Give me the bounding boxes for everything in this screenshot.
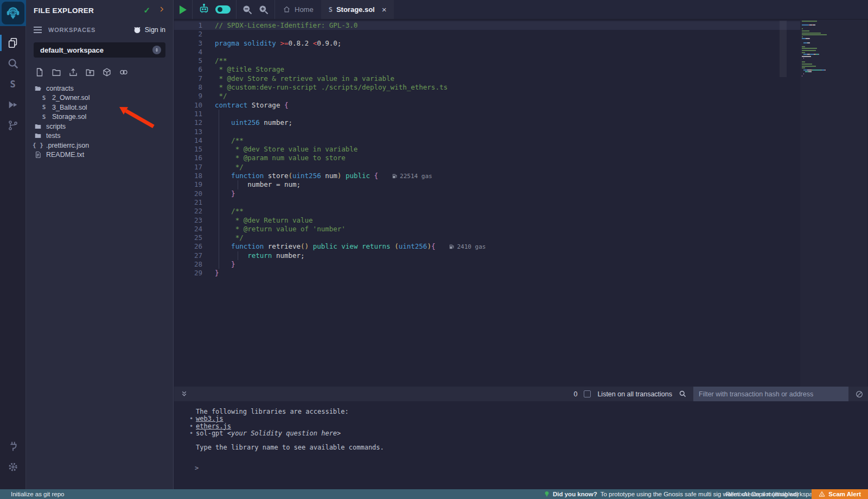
new-file-icon[interactable]	[35, 67, 44, 77]
line-number[interactable]: 22	[174, 207, 202, 216]
line-number[interactable]: 10	[174, 101, 202, 110]
code-line[interactable]: 24 * @return value of 'number'	[174, 225, 868, 233]
code-line[interactable]: 4	[174, 48, 868, 56]
cube-icon[interactable]	[102, 67, 112, 77]
code-line[interactable]: 14 /**	[174, 136, 868, 145]
code-line[interactable]: 12 uint256 number;	[174, 118, 868, 127]
scam-alert-button[interactable]: Scam Alert	[812, 489, 868, 499]
code-line[interactable]: 23 * @dev Return value	[174, 216, 868, 225]
code-line[interactable]: 20 }	[174, 190, 868, 198]
line-number[interactable]: 13	[174, 128, 202, 136]
code-editor[interactable]: 1// SPDX-License-Identifier: GPL-3.023pr…	[174, 20, 868, 387]
terminal-link[interactable]: ethers.js	[196, 422, 231, 430]
line-number[interactable]: 29	[174, 269, 202, 277]
git-icon[interactable]	[0, 115, 26, 136]
code-line[interactable]: 28 }	[174, 260, 868, 269]
code-line[interactable]: 19 number = num;	[174, 180, 868, 189]
tree-item-3-ballot-sol[interactable]: S3_Ballot.sol	[26, 103, 173, 112]
search-icon[interactable]	[0, 53, 26, 74]
solidity-compiler-icon[interactable]: S	[0, 74, 26, 94]
git-init-button[interactable]: Initialize as git repo	[11, 491, 64, 497]
listen-checkbox[interactable]	[584, 390, 591, 397]
new-folder-icon[interactable]	[52, 67, 61, 77]
line-number[interactable]: 8	[174, 83, 202, 92]
line-number[interactable]: 20	[174, 190, 202, 198]
settings-icon[interactable]	[0, 457, 26, 477]
zoom-in-icon[interactable]	[258, 4, 269, 15]
line-number[interactable]: 23	[174, 216, 202, 225]
workspace-select[interactable]: default_workspace	[34, 42, 165, 58]
plugin-manager-icon[interactable]	[0, 436, 26, 457]
zoom-out-icon[interactable]	[242, 4, 253, 15]
line-number[interactable]: 6	[174, 65, 202, 74]
tree-item-readme-txt[interactable]: README.txt	[26, 150, 173, 160]
line-number[interactable]: 18	[174, 172, 202, 180]
code-line[interactable]: 29}	[174, 269, 868, 277]
line-number[interactable]: 2	[174, 30, 202, 39]
line-number[interactable]: 11	[174, 110, 202, 118]
sign-in-button[interactable]: Sign in	[133, 26, 165, 34]
line-number[interactable]: 26	[174, 242, 202, 251]
clear-console-icon[interactable]	[855, 390, 864, 399]
code-line[interactable]: 25 */	[174, 233, 868, 242]
tree-item-tests[interactable]: tests	[26, 131, 173, 141]
code-line[interactable]: 26 function retrieve() public view retur…	[174, 242, 868, 251]
tree-item--prettierrc-json[interactable]: { }.prettierrc.json	[26, 141, 173, 150]
file-explorer-icon[interactable]	[0, 33, 26, 53]
line-number[interactable]: 14	[174, 136, 202, 145]
check-icon[interactable]: ✓	[143, 5, 150, 15]
code-line[interactable]: 6 * @title Storage	[174, 65, 868, 74]
code-line[interactable]: 13	[174, 128, 868, 136]
chevron-right-icon[interactable]	[158, 5, 165, 15]
upload-file-icon[interactable]	[68, 67, 78, 77]
line-number[interactable]: 17	[174, 163, 202, 172]
line-number[interactable]: 5	[174, 56, 202, 65]
code-line[interactable]: 3pragma solidity >=0.8.2 <0.9.0;	[174, 39, 868, 48]
code-line[interactable]: 17 */	[174, 163, 868, 172]
line-number[interactable]: 25	[174, 233, 202, 242]
terminal-prompt[interactable]: >	[195, 464, 868, 472]
tab-storage-sol[interactable]: SStorage.sol×	[321, 0, 394, 19]
copilot-status[interactable]: RemixAI Copilot (enabled)	[726, 491, 799, 497]
minimap[interactable]	[800, 20, 867, 387]
ai-copilot-toggle[interactable]	[215, 5, 231, 14]
line-number[interactable]: 16	[174, 154, 202, 162]
tree-item-contracts[interactable]: contracts	[26, 84, 173, 93]
code-line[interactable]: 18 function store(uint256 num) public {2…	[174, 172, 868, 180]
link-icon[interactable]	[119, 67, 129, 77]
code-line[interactable]: 2	[174, 30, 868, 39]
tree-item-storage-sol[interactable]: SStorage.sol	[26, 112, 173, 122]
line-number[interactable]: 27	[174, 251, 202, 260]
line-number[interactable]: 1	[174, 21, 202, 30]
code-line[interactable]: 15 * @dev Store value in variable	[174, 145, 868, 154]
code-line[interactable]: 11	[174, 110, 868, 118]
code-line[interactable]: 10contract Storage {	[174, 101, 868, 110]
code-line[interactable]: 5/**	[174, 56, 868, 65]
remix-logo[interactable]	[0, 0, 26, 26]
upload-folder-icon[interactable]	[85, 67, 95, 77]
terminal-output[interactable]: The following libraries are accessible:•…	[174, 401, 868, 489]
transaction-filter-input[interactable]	[693, 387, 848, 401]
code-line[interactable]: 9 */	[174, 92, 868, 100]
run-script-button[interactable]	[180, 5, 187, 14]
line-number[interactable]: 7	[174, 74, 202, 83]
code-line[interactable]: 27 return number;	[174, 251, 868, 260]
line-number[interactable]: 9	[174, 92, 202, 100]
line-number[interactable]: 19	[174, 180, 202, 189]
line-number[interactable]: 3	[174, 39, 202, 48]
code-line[interactable]: 1// SPDX-License-Identifier: GPL-3.0	[174, 21, 868, 30]
line-number[interactable]: 12	[174, 118, 202, 127]
terminal-collapse-icon[interactable]	[181, 390, 188, 397]
line-number[interactable]: 28	[174, 260, 202, 269]
tree-item-2-owner-sol[interactable]: S2_Owner.sol	[26, 93, 173, 103]
deploy-run-icon[interactable]	[0, 94, 26, 115]
code-line[interactable]: 22 /**	[174, 207, 868, 216]
code-line[interactable]: 7 * @dev Store & retrieve value in a var…	[174, 74, 868, 83]
tab-home[interactable]: Home	[275, 0, 321, 19]
line-number[interactable]: 15	[174, 145, 202, 154]
workspaces-menu-icon[interactable]	[34, 27, 42, 33]
line-number[interactable]: 21	[174, 198, 202, 207]
code-line[interactable]: 16 * @param num value to store	[174, 154, 868, 162]
terminal-link[interactable]: web3.js	[196, 415, 224, 422]
remixai-robot-icon[interactable]	[198, 3, 210, 17]
